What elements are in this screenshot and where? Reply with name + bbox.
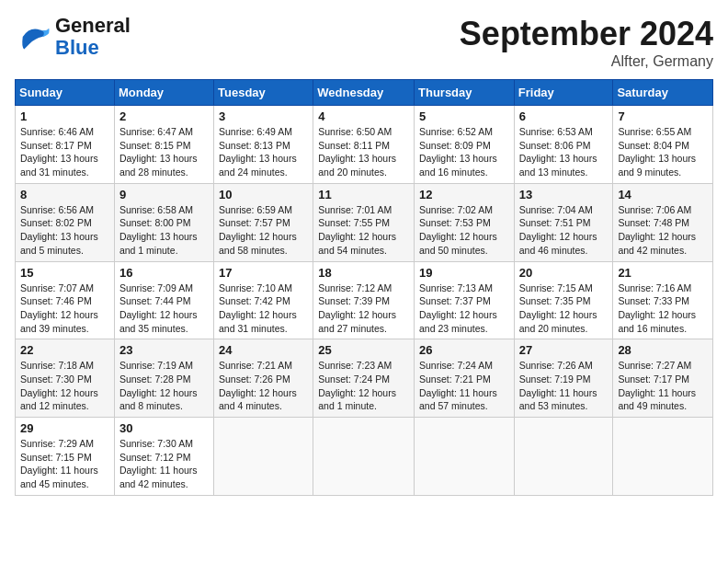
day-number: 3: [219, 109, 308, 123]
logo-icon: [15, 23, 51, 51]
calendar-cell: 5Sunrise: 6:52 AM Sunset: 8:09 PM Daylig…: [415, 106, 515, 184]
calendar-cell: 10Sunrise: 6:59 AM Sunset: 7:57 PM Dayli…: [214, 183, 313, 261]
calendar-cell: 13Sunrise: 7:04 AM Sunset: 7:51 PM Dayli…: [514, 183, 613, 261]
calendar-cell: 6Sunrise: 6:53 AM Sunset: 8:06 PM Daylig…: [514, 106, 613, 184]
day-info: Sunrise: 7:01 AM Sunset: 7:55 PM Dayligh…: [318, 203, 409, 258]
day-number: 5: [419, 109, 509, 123]
calendar-cell: 27Sunrise: 7:26 AM Sunset: 7:19 PM Dayli…: [514, 339, 613, 418]
calendar-cell: 30Sunrise: 7:30 AM Sunset: 7:12 PM Dayli…: [114, 418, 213, 496]
day-number: 17: [219, 266, 308, 280]
calendar-cell: 23Sunrise: 7:19 AM Sunset: 7:28 PM Dayli…: [114, 339, 213, 418]
col-header-sunday: Sunday: [16, 80, 115, 106]
day-info: Sunrise: 7:24 AM Sunset: 7:21 PM Dayligh…: [419, 359, 509, 413]
calendar-cell: 25Sunrise: 7:23 AM Sunset: 7:24 PM Dayli…: [313, 339, 415, 418]
calendar-cell: 20Sunrise: 7:15 AM Sunset: 7:35 PM Dayli…: [514, 261, 613, 339]
col-header-wednesday: Wednesday: [313, 80, 415, 106]
day-number: 27: [519, 343, 609, 357]
day-info: Sunrise: 6:59 AM Sunset: 7:57 PM Dayligh…: [219, 203, 308, 258]
location: Alfter, Germany: [460, 53, 713, 70]
col-header-tuesday: Tuesday: [214, 80, 313, 106]
day-number: 11: [318, 188, 409, 201]
day-info: Sunrise: 7:29 AM Sunset: 7:15 PM Dayligh…: [20, 437, 109, 491]
title-block: September 2024 Alfter, Germany: [460, 15, 713, 70]
day-number: 13: [519, 188, 609, 201]
day-info: Sunrise: 7:27 AM Sunset: 7:17 PM Dayligh…: [618, 359, 708, 413]
col-header-friday: Friday: [514, 80, 613, 106]
calendar-cell: 19Sunrise: 7:13 AM Sunset: 7:37 PM Dayli…: [415, 261, 515, 339]
calendar-cell: 4Sunrise: 6:50 AM Sunset: 8:11 PM Daylig…: [313, 106, 415, 184]
day-number: 10: [219, 188, 308, 201]
calendar-cell: 21Sunrise: 7:16 AM Sunset: 7:33 PM Dayli…: [613, 261, 713, 339]
day-number: 25: [318, 343, 409, 357]
calendar-cell: 17Sunrise: 7:10 AM Sunset: 7:42 PM Dayli…: [214, 261, 313, 339]
calendar-cell: [313, 418, 415, 496]
day-number: 9: [119, 188, 209, 201]
page-header: General Blue September 2024 Alfter, Germ…: [15, 15, 713, 70]
logo: General Blue: [15, 15, 131, 59]
calendar-cell: 7Sunrise: 6:55 AM Sunset: 8:04 PM Daylig…: [613, 106, 713, 184]
day-number: 29: [20, 421, 109, 435]
calendar-cell: 26Sunrise: 7:24 AM Sunset: 7:21 PM Dayli…: [415, 339, 515, 418]
day-number: 24: [219, 343, 308, 357]
logo-text: General Blue: [55, 15, 131, 59]
day-info: Sunrise: 7:09 AM Sunset: 7:44 PM Dayligh…: [119, 282, 209, 336]
day-number: 20: [519, 266, 609, 280]
day-info: Sunrise: 7:15 AM Sunset: 7:35 PM Dayligh…: [519, 282, 609, 336]
day-number: 1: [20, 109, 109, 123]
day-info: Sunrise: 6:52 AM Sunset: 8:09 PM Dayligh…: [419, 125, 509, 179]
day-info: Sunrise: 7:30 AM Sunset: 7:12 PM Dayligh…: [119, 437, 209, 491]
calendar-cell: 18Sunrise: 7:12 AM Sunset: 7:39 PM Dayli…: [313, 261, 415, 339]
day-info: Sunrise: 7:19 AM Sunset: 7:28 PM Dayligh…: [119, 359, 209, 413]
calendar-cell: 8Sunrise: 6:56 AM Sunset: 8:02 PM Daylig…: [16, 183, 115, 261]
day-number: 23: [119, 343, 209, 357]
calendar-table: SundayMondayTuesdayWednesdayThursdayFrid…: [15, 79, 713, 496]
day-number: 4: [318, 109, 409, 123]
day-number: 19: [419, 266, 509, 280]
day-number: 28: [618, 343, 708, 357]
day-info: Sunrise: 7:26 AM Sunset: 7:19 PM Dayligh…: [519, 359, 609, 413]
calendar-cell: 15Sunrise: 7:07 AM Sunset: 7:46 PM Dayli…: [16, 261, 115, 339]
day-info: Sunrise: 6:50 AM Sunset: 8:11 PM Dayligh…: [318, 125, 409, 179]
day-info: Sunrise: 6:53 AM Sunset: 8:06 PM Dayligh…: [519, 125, 609, 179]
calendar-cell: 29Sunrise: 7:29 AM Sunset: 7:15 PM Dayli…: [16, 418, 115, 496]
calendar-cell: 14Sunrise: 7:06 AM Sunset: 7:48 PM Dayli…: [613, 183, 713, 261]
calendar-cell: 2Sunrise: 6:47 AM Sunset: 8:15 PM Daylig…: [114, 106, 213, 184]
calendar-cell: 3Sunrise: 6:49 AM Sunset: 8:13 PM Daylig…: [214, 106, 313, 184]
day-info: Sunrise: 7:07 AM Sunset: 7:46 PM Dayligh…: [20, 282, 109, 336]
day-info: Sunrise: 6:46 AM Sunset: 8:17 PM Dayligh…: [20, 125, 109, 179]
day-number: 22: [20, 343, 109, 357]
day-number: 15: [20, 266, 109, 280]
day-number: 16: [119, 266, 209, 280]
day-info: Sunrise: 6:49 AM Sunset: 8:13 PM Dayligh…: [219, 125, 308, 179]
day-info: Sunrise: 6:55 AM Sunset: 8:04 PM Dayligh…: [618, 125, 708, 179]
calendar-cell: [613, 418, 713, 496]
calendar-cell: 28Sunrise: 7:27 AM Sunset: 7:17 PM Dayli…: [613, 339, 713, 418]
calendar-cell: [415, 418, 515, 496]
day-number: 26: [419, 343, 509, 357]
col-header-monday: Monday: [114, 80, 213, 106]
day-info: Sunrise: 6:47 AM Sunset: 8:15 PM Dayligh…: [119, 125, 209, 179]
calendar-cell: 12Sunrise: 7:02 AM Sunset: 7:53 PM Dayli…: [415, 183, 515, 261]
day-number: 2: [119, 109, 209, 123]
day-info: Sunrise: 6:56 AM Sunset: 8:02 PM Dayligh…: [20, 203, 109, 258]
day-info: Sunrise: 6:58 AM Sunset: 8:00 PM Dayligh…: [119, 203, 209, 258]
calendar-cell: 24Sunrise: 7:21 AM Sunset: 7:26 PM Dayli…: [214, 339, 313, 418]
day-info: Sunrise: 7:16 AM Sunset: 7:33 PM Dayligh…: [618, 282, 708, 336]
day-info: Sunrise: 7:02 AM Sunset: 7:53 PM Dayligh…: [419, 203, 509, 258]
month-title: September 2024: [460, 15, 713, 53]
day-info: Sunrise: 7:10 AM Sunset: 7:42 PM Dayligh…: [219, 282, 308, 336]
calendar-cell: 11Sunrise: 7:01 AM Sunset: 7:55 PM Dayli…: [313, 183, 415, 261]
day-info: Sunrise: 7:12 AM Sunset: 7:39 PM Dayligh…: [318, 282, 409, 336]
col-header-saturday: Saturday: [613, 80, 713, 106]
day-info: Sunrise: 7:13 AM Sunset: 7:37 PM Dayligh…: [419, 282, 509, 336]
calendar-cell: [514, 418, 613, 496]
day-info: Sunrise: 7:06 AM Sunset: 7:48 PM Dayligh…: [618, 203, 708, 258]
day-number: 7: [618, 109, 708, 123]
calendar-cell: [214, 418, 313, 496]
day-info: Sunrise: 7:18 AM Sunset: 7:30 PM Dayligh…: [20, 359, 109, 413]
day-info: Sunrise: 7:23 AM Sunset: 7:24 PM Dayligh…: [318, 359, 409, 413]
day-number: 18: [318, 266, 409, 280]
calendar-cell: 16Sunrise: 7:09 AM Sunset: 7:44 PM Dayli…: [114, 261, 213, 339]
day-info: Sunrise: 7:04 AM Sunset: 7:51 PM Dayligh…: [519, 203, 609, 258]
calendar-cell: 1Sunrise: 6:46 AM Sunset: 8:17 PM Daylig…: [16, 106, 115, 184]
